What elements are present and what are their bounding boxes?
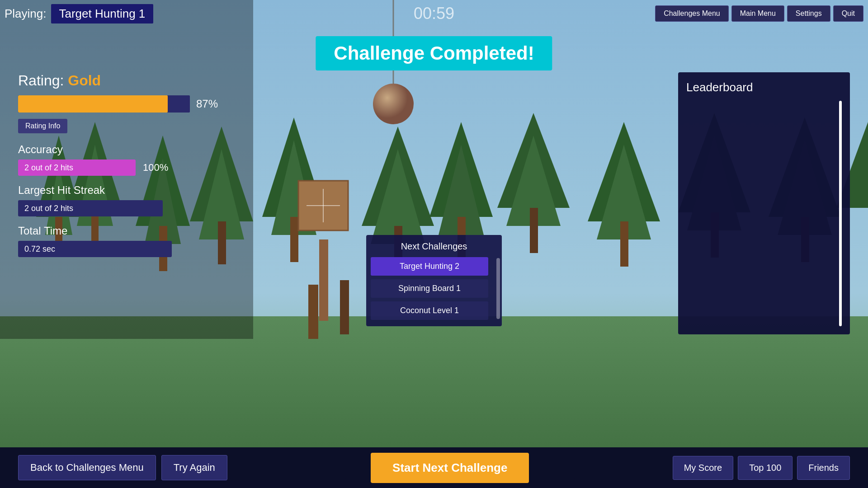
rating-info-button[interactable]: Rating Info — [18, 119, 67, 133]
top-bar: Playing: Target Hunting 1 00:59 Challeng… — [0, 0, 868, 27]
leaderboard-scrollbar[interactable] — [839, 101, 842, 326]
leaderboard-panel: Leaderboard — [678, 72, 850, 334]
hit-streak-label: Largest Hit Streak — [18, 184, 235, 197]
svg-rect-26 — [530, 208, 538, 253]
total-time-label: Total Time — [18, 225, 235, 237]
svg-rect-38 — [340, 280, 349, 334]
level-name: Target Hunting 1 — [51, 4, 154, 23]
challenge-item-3[interactable]: Coconut Level 1 — [371, 301, 488, 320]
hit-streak-section: Largest Hit Streak 2 out of 2 hits — [18, 184, 235, 216]
next-challenges-list: Target Hunting 2 Spinning Board 1 Coconu… — [366, 257, 493, 320]
next-challenges-title: Next Challenges — [366, 241, 502, 252]
total-time-bar: 0.72 sec — [18, 241, 172, 257]
accuracy-pct: 100% — [143, 162, 168, 174]
rating-label: Rating: — [18, 72, 64, 89]
timer-display: 00:59 — [414, 4, 454, 23]
rating-value: Gold — [68, 72, 101, 89]
main-menu-button[interactable]: Main Menu — [731, 5, 784, 22]
start-next-challenge-button[interactable]: Start Next Challenge — [371, 453, 529, 483]
svg-point-44 — [373, 84, 414, 124]
left-panel: Rating: Gold 87% Rating Info Accuracy 2 … — [18, 72, 235, 265]
back-to-challenges-button[interactable]: Back to Challenges Menu — [18, 455, 156, 480]
accuracy-label: Accuracy — [18, 143, 235, 156]
accuracy-row: 2 out of 2 hits 100% — [18, 160, 235, 176]
progress-bar-fill — [18, 95, 168, 113]
svg-rect-29 — [620, 221, 628, 267]
progress-bar-bg — [18, 95, 190, 113]
challenge-item-1[interactable]: Target Hunting 2 — [371, 257, 488, 276]
quit-button[interactable]: Quit — [833, 5, 863, 22]
leaderboard-content — [686, 101, 842, 326]
svg-rect-39 — [319, 239, 328, 321]
hit-streak-bar: 2 out of 2 hits — [18, 200, 163, 216]
top-100-button[interactable]: Top 100 — [738, 456, 793, 480]
playing-text: Playing: — [5, 7, 47, 21]
leaderboard-title: Leaderboard — [686, 80, 842, 94]
next-challenges-scrollbar[interactable] — [496, 258, 500, 319]
my-score-button[interactable]: My Score — [673, 456, 733, 480]
try-again-button[interactable]: Try Again — [161, 455, 227, 480]
playing-label: Playing: Target Hunting 1 — [5, 4, 153, 23]
total-time-section: Total Time 0.72 sec — [18, 225, 235, 257]
settings-button[interactable]: Settings — [787, 5, 830, 22]
next-challenges-panel: Next Challenges Target Hunting 2 Spinnin… — [366, 235, 502, 326]
progress-container: 87% — [18, 95, 235, 113]
top-buttons: Challenges Menu Main Menu Settings Quit — [655, 5, 863, 22]
friends-button[interactable]: Friends — [797, 456, 850, 480]
rating-line: Rating: Gold — [18, 72, 235, 89]
challenge-item-2[interactable]: Spinning Board 1 — [371, 279, 488, 298]
bottom-left-buttons: Back to Challenges Menu Try Again — [18, 455, 227, 480]
bottom-bar: Back to Challenges Menu Try Again Start … — [0, 447, 868, 488]
svg-rect-37 — [308, 285, 318, 339]
challenge-completed-banner: Challenge Completed! — [316, 36, 552, 70]
accuracy-bar: 2 out of 2 hits — [18, 160, 136, 176]
challenges-menu-button[interactable]: Challenges Menu — [655, 5, 729, 22]
svg-rect-17 — [290, 217, 298, 262]
progress-percentage: 87% — [196, 98, 218, 110]
bottom-center: Start Next Challenge — [235, 453, 665, 483]
accuracy-section: Accuracy 2 out of 2 hits 100% — [18, 143, 235, 176]
bottom-right-buttons: My Score Top 100 Friends — [673, 456, 850, 480]
